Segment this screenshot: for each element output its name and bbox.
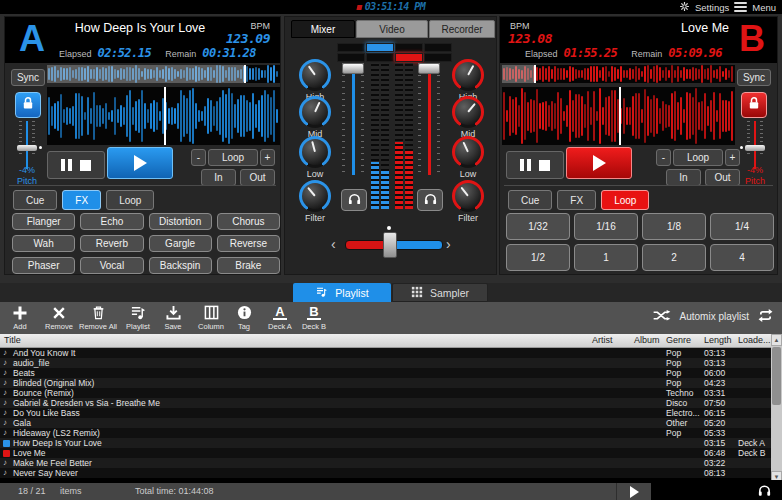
crossfader-left-arrow[interactable]: ‹ [331, 239, 336, 249]
deck-b-filter-knob[interactable]: Filter [446, 180, 490, 223]
table-row[interactable]: ♪Blinded (Original Mix)Pop04:23 [0, 378, 771, 388]
deck-b-keylock-button[interactable] [741, 92, 767, 118]
deck-a-filter-knob[interactable]: Filter [293, 180, 337, 223]
toolbar-deck-b-button[interactable]: BDeck B [296, 304, 332, 331]
column-header-artist[interactable]: Artist [592, 335, 613, 345]
deck-a-volume-fader[interactable] [342, 63, 364, 175]
fx-button-wah[interactable]: Wah [12, 235, 75, 252]
loop-size-button-1-2[interactable]: 1/2 [506, 244, 570, 271]
table-row[interactable]: How Deep Is Your Love03:15Deck A [0, 438, 771, 448]
loop-size-button-1[interactable]: 1 [574, 244, 638, 271]
deck-a-volume-handle[interactable] [342, 63, 364, 74]
deck-b-pitch-handle[interactable] [745, 145, 765, 151]
toolbar-playlist-button[interactable]: Playlist [118, 304, 158, 331]
deck-a-loop-out-button[interactable]: Out [240, 169, 275, 186]
deck-tab-cue[interactable]: Cue [13, 190, 57, 210]
deck-b-loop-out-button[interactable]: Out [705, 169, 740, 186]
deck-b-waveform-overview[interactable] [502, 65, 735, 83]
deck-b-low-knob[interactable]: Low [446, 136, 490, 179]
tab-recorder[interactable]: Recorder [429, 20, 495, 38]
table-row[interactable]: ♪GalaOther05:20 [0, 418, 771, 428]
deck-a-pitch-slider[interactable] [19, 121, 35, 155]
scroll-up-button[interactable]: ▲ [771, 334, 782, 346]
table-row[interactable]: ♪And You Know ItPop03:13 [0, 348, 771, 358]
deck-b-loop-plus-button[interactable]: + [725, 149, 740, 166]
deck-a-loop-minus-button[interactable]: - [191, 149, 206, 166]
deck-b-volume-fader[interactable] [418, 63, 440, 175]
deck-b-pause-stop-buttons[interactable] [506, 151, 564, 179]
loop-size-button-2[interactable]: 2 [642, 244, 706, 271]
deck-b-mid-knob[interactable]: Mid [446, 96, 490, 139]
shuffle-icon[interactable] [652, 309, 672, 324]
fx-button-chorus[interactable]: Chorus [217, 213, 280, 230]
column-header-title[interactable]: Title [4, 335, 21, 345]
deck-tab-cue[interactable]: Cue [508, 190, 552, 210]
toolbar-add-button[interactable]: Add [6, 304, 34, 331]
toolbar-remove-all-button[interactable]: Remove All [72, 304, 124, 331]
table-row[interactable]: ♪Hideaway (LS2 Remix)Pop05:33 [0, 428, 771, 438]
fx-button-phaser[interactable]: Phaser [12, 257, 75, 274]
fx-button-reverse[interactable]: Reverse [217, 235, 280, 252]
toolbar-tag-button[interactable]: Tag [230, 304, 258, 331]
fx-button-flanger[interactable]: Flanger [12, 213, 75, 230]
automix-playlist-button[interactable]: Automix playlist [680, 311, 749, 322]
loop-size-button-1-16[interactable]: 1/16 [574, 213, 638, 240]
table-row[interactable]: Love Me06:48Deck B [0, 448, 771, 458]
deck-b-loop-button[interactable]: Loop [673, 149, 723, 166]
tab-playlist[interactable]: Playlist [293, 283, 391, 302]
fx-button-backspin[interactable]: Backspin [149, 257, 212, 274]
crossfader-right-arrow[interactable]: › [446, 239, 451, 249]
deck-a-loop-plus-button[interactable]: + [260, 149, 275, 166]
deck-b-waveform[interactable] [502, 87, 735, 145]
table-row[interactable]: ♪Never Say Never08:13 [0, 468, 771, 478]
loop-size-button-1-8[interactable]: 1/8 [642, 213, 706, 240]
toolbar-save-button[interactable]: Save [156, 304, 190, 331]
table-row[interactable]: ♪Do You Like BassElectro...06:15 [0, 408, 771, 418]
crossfader-handle[interactable] [383, 232, 397, 258]
column-header-genre[interactable]: Genre [666, 335, 691, 345]
loop-size-button-1-32[interactable]: 1/32 [506, 213, 570, 240]
table-row[interactable]: ♪Gabriel & Dresden vs Sia - Breathe MeDi… [0, 398, 771, 408]
table-row[interactable]: ♪Make Me Feel Better03:22 [0, 458, 771, 468]
table-row[interactable]: ♪audio_filePop03:13 [0, 358, 771, 368]
table-row[interactable]: ♪BeatsPop06:00 [0, 368, 771, 378]
fx-button-echo[interactable]: Echo [80, 213, 143, 230]
deck-b-volume-handle[interactable] [418, 63, 440, 74]
deck-a-low-knob[interactable]: Low [293, 136, 337, 179]
deck-a-pitch-handle[interactable] [17, 145, 37, 151]
deck-a-play-button[interactable] [107, 147, 173, 179]
deck-b-pitch-slider[interactable] [747, 121, 763, 155]
deck-a-loop-button[interactable]: Loop [208, 149, 258, 166]
table-row[interactable]: ♪Bounce (Remix)Techno03:31 [0, 388, 771, 398]
toolbar-column-button[interactable]: Column [192, 304, 230, 331]
deck-a-headphone-button[interactable] [341, 189, 367, 211]
prelisten-play-button[interactable] [616, 483, 652, 500]
deck-tab-fx[interactable]: FX [557, 190, 596, 210]
fx-button-vocal[interactable]: Vocal [80, 257, 143, 274]
tab-sampler[interactable]: Sampler [392, 283, 488, 302]
tab-mixer[interactable]: Mixer [291, 20, 355, 38]
deck-b-headphone-button[interactable] [417, 189, 443, 211]
deck-tab-loop[interactable]: Loop [106, 190, 154, 210]
loop-size-button-4[interactable]: 4 [710, 244, 774, 271]
column-header-loade[interactable]: Loade... [738, 335, 771, 345]
deck-a-waveform-overview[interactable] [47, 65, 280, 83]
deck-tab-fx[interactable]: FX [62, 190, 101, 210]
settings-button[interactable]: Settings [695, 2, 729, 13]
deck-a-keylock-button[interactable] [15, 92, 41, 118]
fx-button-brake[interactable]: Brake [217, 257, 280, 274]
repeat-icon[interactable] [757, 309, 774, 324]
deck-tab-loop[interactable]: Loop [601, 190, 649, 210]
prelisten-headphones-icon[interactable] [757, 483, 772, 499]
deck-a-sync-button[interactable]: Sync [11, 69, 45, 86]
deck-b-loop-in-button[interactable]: In [666, 169, 701, 186]
deck-a-mid-knob[interactable]: Mid [293, 96, 337, 139]
menu-button[interactable]: Menu [752, 2, 776, 13]
loop-size-button-1-4[interactable]: 1/4 [710, 213, 774, 240]
tab-video[interactable]: Video [356, 20, 428, 38]
column-header-album[interactable]: Album [634, 335, 660, 345]
toolbar-deck-a-button[interactable]: ADeck A [262, 304, 298, 331]
fx-button-distortion[interactable]: Distortion [149, 213, 212, 230]
deck-b-sync-button[interactable]: Sync [737, 69, 771, 86]
fx-button-reverb[interactable]: Reverb [80, 235, 143, 252]
